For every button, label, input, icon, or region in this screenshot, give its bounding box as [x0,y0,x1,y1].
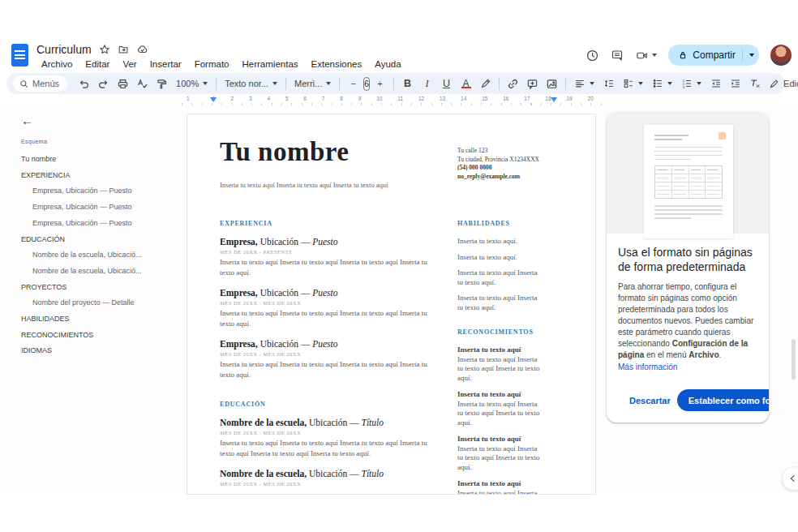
cloud-status-icon[interactable] [136,44,148,55]
checklist-button[interactable] [619,75,647,92]
experience-entry: Empresa, Ubicación — Puesto MES DE 20XX … [220,237,442,277]
menu-archivo[interactable]: Archivo [36,58,77,70]
ruler-number: 7 [322,95,325,102]
titlebar: Curriculum Archivo Editar Ver Insertar F… [6,42,792,75]
lock-icon [678,50,688,60]
set-default-format-button[interactable]: Establecer como formato pred [677,389,769,411]
outline-item[interactable]: Tu nombre [16,152,178,168]
menu-insertar[interactable]: Insertar [145,58,187,70]
outline-item[interactable]: Nombre del proyecto — Detalle [16,295,178,311]
underline-button[interactable]: U [437,75,456,92]
spellcheck-button[interactable] [133,75,152,92]
share-button[interactable]: Compartir [668,45,759,66]
menu-formato[interactable]: Formato [190,58,234,70]
numbered-list-button[interactable]: 123 [677,75,706,92]
align-button[interactable] [570,75,598,92]
line-spacing-button[interactable] [599,75,618,92]
horizontal-ruler[interactable]: 1 1234567891011121314151617181920 [182,95,603,105]
ruler-number: 8 [340,95,343,102]
increase-font-size-button[interactable]: + [371,75,389,92]
promo-text: Para ahorrar tiempo, configura el format… [618,281,757,373]
outline-item[interactable]: Nombre de la escuela, Ubicació... [16,247,178,264]
video-call-button[interactable] [635,49,657,62]
dismiss-button[interactable]: Descartar [623,391,677,410]
outline-item[interactable]: Nombre de la escuela, Ubicació... [16,264,178,280]
paragraph-styles-select[interactable]: Texto nor... [221,75,281,92]
comments-icon[interactable] [611,49,624,62]
video-call-dropdown-icon[interactable] [652,54,657,57]
insert-link-button[interactable] [504,75,522,92]
ruler-number: 6 [303,95,307,102]
menus-search-button[interactable]: Menús [13,75,67,92]
award-entry: Inserta tu texto aquí Inserta tu texto a… [457,345,540,383]
font-size-input[interactable]: 6 [363,77,370,91]
doc-tagline[interactable]: Inserta tu texto aquí Inserta tu texto a… [220,181,388,189]
undo-button[interactable] [75,75,93,92]
redo-button[interactable] [94,75,113,92]
close-outline-button[interactable]: ← [21,114,178,127]
entry-dates: MES DE 20XX - MES DE 20XX [220,300,442,306]
menu-ver[interactable]: Ver [118,58,141,70]
outline-item[interactable]: Empresa, Ubicación — Puesto [16,200,178,216]
toolbar-divider [499,78,500,90]
outline-item[interactable]: EXPERIENCIA [16,168,178,184]
menu-ayuda[interactable]: Ayuda [370,58,405,70]
left-indent-marker[interactable] [210,97,217,102]
learn-more-link[interactable]: Más información [618,362,757,373]
font-select[interactable]: Merri... [290,75,335,92]
insert-image-button[interactable] [543,75,561,92]
outline-item[interactable]: IDIOMAS [16,343,178,359]
add-comment-button[interactable] [523,75,542,92]
increase-indent-button[interactable] [726,75,744,92]
zoom-select[interactable]: 100% [172,75,212,92]
bulleted-list-button[interactable] [648,75,676,92]
ruler-number: 20 [588,95,594,102]
outline-item[interactable]: EDUCACIÓN [16,232,178,248]
experience-entry: Empresa, Ubicación — Puesto MES DE 20XX … [220,288,442,328]
print-button[interactable] [114,75,132,92]
outline-panel: ← Esquema Tu nombreEXPERIENCIAEmpresa, U… [16,110,178,359]
show-side-panel-button[interactable] [782,466,798,491]
version-history-icon[interactable] [586,49,599,62]
document-title[interactable]: Curriculum [36,43,92,56]
decrease-indent-button[interactable] [706,75,725,92]
outline-item[interactable]: RECONOCIMIENTOS [16,328,178,344]
document-page[interactable]: Tu nombre Inserta tu texto aquí Inserta … [187,114,596,495]
paint-format-button[interactable] [152,75,171,92]
workspace: ← Esquema Tu nombreEXPERIENCIAEmpresa, U… [0,105,798,495]
skills-list: Inserta tu texto aquí.Inserta tu texto a… [457,237,540,312]
menu-editar[interactable]: Editar [80,58,114,70]
share-dropdown-icon[interactable] [749,54,754,57]
promo-illustration [607,112,769,234]
highlight-color-button[interactable] [476,75,495,92]
entry-body: Inserta tu texto aquí Inserta tu texto a… [220,438,442,458]
right-indent-marker[interactable] [551,97,557,102]
styles-value: Texto nor... [225,79,268,88]
pageless-promo-card: Usa el formato sin páginas de forma pred… [607,112,769,423]
bold-button[interactable]: B [398,75,417,92]
share-label: Compartir [693,49,736,61]
menu-extensiones[interactable]: Extensiones [307,58,367,70]
vertical-scrollbar[interactable] [792,339,796,380]
outline-item[interactable]: Empresa, Ubicación — Puesto [16,216,178,232]
decrease-font-size-button[interactable]: − [344,75,363,92]
outline-item[interactable]: PROYECTOS [16,280,178,296]
ruler-number: 13 [440,95,445,102]
google-docs-logo-icon[interactable] [11,44,28,66]
editing-mode-select[interactable]: Edición [765,75,798,92]
user-avatar[interactable] [770,45,792,66]
outline-item[interactable]: HABILIDADES [16,311,178,328]
clear-formatting-button[interactable] [745,75,764,92]
menu-herramientas[interactable]: Herramientas [238,58,303,70]
outline-item[interactable]: Empresa, Ubicación — Puesto [16,183,178,200]
doc-contact-block[interactable]: Tu calle 123 Tu ciudad, Provincia X1234X… [457,147,539,181]
text-color-button[interactable]: A [457,75,475,92]
outline-header: Esquema [21,139,178,144]
star-icon[interactable] [99,44,110,55]
skill-item: Inserta tu texto aquí Inserta tu texto a… [457,294,540,312]
move-folder-icon[interactable] [118,44,129,55]
doc-name-heading[interactable]: Tu nombre [220,137,349,167]
italic-button[interactable]: I [418,75,436,92]
skill-item: Inserta tu texto aquí Inserta tu texto a… [457,268,540,287]
mini-page-graphic [644,125,733,238]
